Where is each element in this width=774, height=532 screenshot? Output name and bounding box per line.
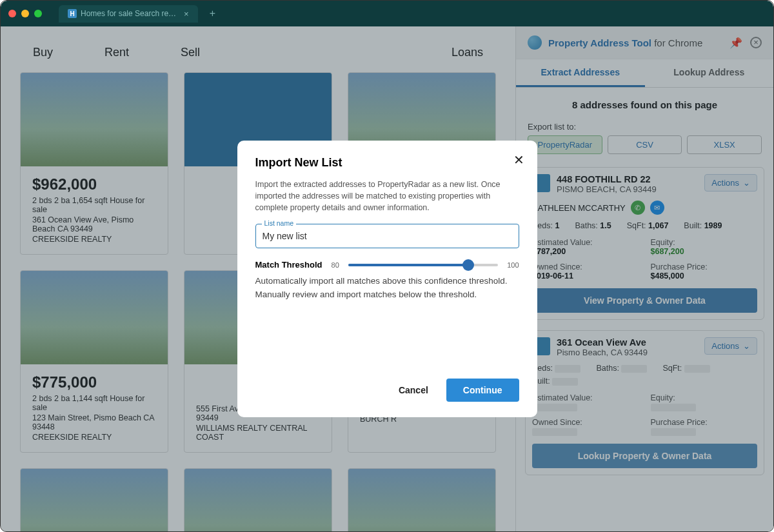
- modal-title: Import New List: [255, 156, 519, 170]
- maximize-window[interactable]: [34, 10, 42, 17]
- traffic-lights: [8, 10, 42, 17]
- close-tab-icon[interactable]: ×: [184, 9, 189, 19]
- close-modal-icon[interactable]: ✕: [513, 152, 524, 168]
- threshold-slider[interactable]: [348, 264, 498, 266]
- cancel-button[interactable]: Cancel: [391, 380, 436, 400]
- browser-tab[interactable]: H Homes for sale Search re… ×: [59, 5, 198, 23]
- threshold-max: 100: [507, 261, 519, 269]
- favicon: H: [68, 9, 77, 18]
- close-window[interactable]: [8, 10, 16, 17]
- new-tab-button[interactable]: +: [210, 8, 215, 19]
- threshold-hint: Automatically import all matches above t…: [255, 275, 519, 301]
- threshold-label: Match Threshold: [255, 260, 322, 270]
- list-name-label: List name: [262, 219, 297, 227]
- modal-overlay: ✕ Import New List Import the extracted a…: [1, 26, 773, 531]
- modal-description: Import the extracted addresses to Proper…: [255, 179, 519, 213]
- slider-thumb[interactable]: [462, 259, 474, 271]
- list-name-input[interactable]: [255, 224, 519, 248]
- continue-button[interactable]: Continue: [446, 379, 519, 402]
- threshold-min: 80: [332, 261, 339, 269]
- tab-title: Homes for sale Search re…: [81, 9, 176, 18]
- minimize-window[interactable]: [21, 10, 29, 17]
- import-list-modal: ✕ Import New List Import the extracted a…: [237, 141, 537, 417]
- browser-titlebar: H Homes for sale Search re… × +: [1, 1, 773, 26]
